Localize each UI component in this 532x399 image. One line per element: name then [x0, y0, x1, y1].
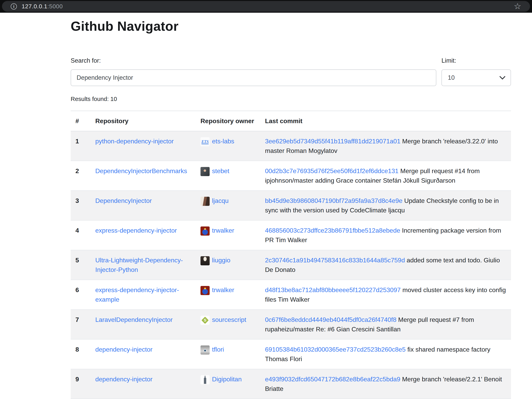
repositories-table: # Repository Repository owner Last commi…: [71, 111, 511, 399]
commit-hash-link[interactable]: d48f13be8ac712abf80bbeeee5f120227d253097: [265, 286, 401, 294]
owner-link[interactable]: stebet: [212, 167, 229, 174]
row-number: 6: [71, 280, 90, 310]
row-number: 7: [71, 310, 90, 339]
table-header-row: # Repository Repository owner Last commi…: [71, 111, 511, 131]
search-input[interactable]: [71, 69, 436, 86]
repository-link[interactable]: python-dependency-injector: [95, 138, 174, 145]
search-label: Search for:: [71, 57, 436, 64]
owner-cell: ETSets-labs: [196, 131, 260, 161]
owner-link[interactable]: trwalker: [212, 286, 234, 294]
url-port: :5000: [47, 3, 63, 10]
owner-link[interactable]: trwalker: [212, 227, 234, 234]
repository-link[interactable]: express-dependency-injector: [95, 227, 177, 234]
commit-hash-link[interactable]: 00d2b3c7e76935d76f25ee50f6d1f2ef6ddce131: [265, 167, 399, 174]
repository-link[interactable]: dependency-injector: [95, 376, 152, 383]
commit-cell: 0c67f6be8eddcd4449eb4044f5df0ca26f4740f8…: [260, 310, 511, 339]
table-row: 9dependency-injectorDigipolitane493f9032…: [71, 369, 511, 399]
owner-avatar: [201, 197, 210, 206]
repository-link[interactable]: DependencyInjector: [95, 197, 152, 204]
commit-cell: bb45d9e3b98608047190bf72a95fa9a37d8c4e9e…: [260, 190, 511, 220]
table-row: 3DependencyInjectorljacqubb45d9e3b986080…: [71, 190, 511, 220]
commit-hash-link[interactable]: bb45d9e3b98608047190bf72a95fa9a37d8c4e9e: [265, 197, 402, 204]
row-number: 9: [71, 369, 90, 399]
commit-hash-link[interactable]: 3ee629eb5d7349d55f41b119aff81dd219071a01: [265, 138, 400, 145]
commit-hash-link[interactable]: 468856003c273dffce23b86791fbbe512a8ebede: [265, 227, 400, 234]
repository-cell: express-dependency-injector: [90, 220, 196, 250]
avatar-logo-text: ETS: [201, 139, 210, 145]
owner-cell: liuggio: [196, 250, 260, 280]
table-body: 1python-dependency-injectorETSets-labs3e…: [71, 131, 511, 399]
owner-link[interactable]: ets-labs: [212, 138, 234, 145]
limit-label: Limit:: [442, 57, 511, 64]
row-number: 2: [71, 161, 90, 190]
table-row: 6express-dependency-injector-exampletrwa…: [71, 280, 511, 310]
browser-topbar: i 127.0.0.1:5000 ☆: [0, 0, 532, 13]
column-header-repository: Repository: [90, 111, 196, 131]
limit-field-group: Limit: 10: [442, 57, 511, 86]
row-number: 8: [71, 339, 90, 369]
owner-avatar: [201, 256, 210, 265]
commit-cell: 3ee629eb5d7349d55f41b119aff81dd219071a01…: [260, 131, 511, 161]
owner-link[interactable]: sourcescript: [212, 316, 246, 323]
repository-link[interactable]: DependencyInjectorBenchmarks: [95, 167, 187, 174]
owner-link[interactable]: ljacqu: [212, 197, 229, 204]
url-host: 127.0.0.1: [22, 3, 47, 10]
repository-cell: python-dependency-injector: [90, 131, 196, 161]
row-number: 1: [71, 131, 90, 161]
chevron-down-icon: [499, 74, 505, 80]
repository-link[interactable]: Ultra-Lightweight-Dependency-Injector-Py…: [95, 257, 183, 273]
page: i 127.0.0.1:5000 ☆ Github Navigator Sear…: [0, 0, 532, 399]
search-field-group: Search for:: [71, 57, 436, 86]
owner-avatar: [201, 167, 210, 176]
commit-cell: 468856003c273dffce23b86791fbbe512a8ebede…: [260, 220, 511, 250]
commit-cell: 2c30746c1a91b4947583416c833b1644a85c759d…: [260, 250, 511, 280]
table-row: 2DependencyInjectorBenchmarksstebet00d2b…: [71, 161, 511, 190]
commit-hash-link[interactable]: e493f9032dfcd65047172b682e8b6eaf22c5bda9: [265, 376, 400, 383]
bookmark-star-icon[interactable]: ☆: [514, 2, 521, 11]
table-row: 4express-dependency-injectortrwalker4688…: [71, 220, 511, 250]
repository-link[interactable]: LaravelDependencyInjector: [95, 316, 173, 323]
owner-cell: trwalker: [196, 280, 260, 310]
owner-link[interactable]: Digipolitan: [212, 376, 241, 383]
owner-avatar: S: [201, 316, 210, 325]
column-header-num: #: [71, 111, 90, 131]
repository-cell: DependencyInjectorBenchmarks: [90, 161, 196, 190]
owner-cell: stebet: [196, 161, 260, 190]
owner-link[interactable]: tflori: [212, 346, 224, 353]
commit-hash-link[interactable]: 0c67f6be8eddcd4449eb4044f5df0ca26f4740f8: [265, 316, 396, 323]
row-number: 4: [71, 220, 90, 250]
owner-avatar: ETS: [201, 137, 210, 146]
column-header-last-commit: Last commit: [260, 111, 511, 131]
repository-cell: Ultra-Lightweight-Dependency-Injector-Py…: [90, 250, 196, 280]
repository-link[interactable]: express-dependency-injector-example: [95, 286, 179, 303]
commit-hash-link[interactable]: 2c30746c1a91b4947583416c833b1644a85c759d: [265, 257, 405, 264]
owner-avatar: [201, 345, 210, 355]
repository-cell: LaravelDependencyInjector: [90, 310, 196, 339]
column-header-owner: Repository owner: [196, 111, 260, 131]
repository-cell: DependencyInjector: [90, 190, 196, 220]
commit-cell: d48f13be8ac712abf80bbeeee5f120227d253097…: [260, 280, 511, 310]
owner-cell: trwalker: [196, 220, 260, 250]
owner-avatar: [201, 227, 210, 236]
row-number: 3: [71, 190, 90, 220]
search-form: Search for: Limit: 10: [71, 57, 511, 86]
url-text[interactable]: 127.0.0.1:5000: [22, 3, 63, 10]
owner-link[interactable]: liuggio: [212, 257, 230, 264]
repository-link[interactable]: dependency-injector: [95, 346, 152, 353]
table-row: 7LaravelDependencyInjectorSsourcescript0…: [71, 310, 511, 339]
commit-cell: 69105384b61032d000365ee737cd2523b260c8e5…: [260, 339, 511, 369]
commit-hash-link[interactable]: 69105384b61032d000365ee737cd2523b260c8e5: [265, 346, 405, 353]
table-row: 8dependency-injectortflori69105384b61032…: [71, 339, 511, 369]
limit-select-value: 10: [448, 74, 455, 81]
info-icon[interactable]: i: [11, 3, 17, 10]
row-number: 5: [71, 250, 90, 280]
repository-cell: dependency-injector: [90, 339, 196, 369]
owner-cell: tflori: [196, 339, 260, 369]
repository-cell: dependency-injector: [90, 369, 196, 399]
url-bar[interactable]: i 127.0.0.1:5000 ☆: [2, 1, 530, 12]
owner-avatar: [201, 286, 210, 295]
main-container: Github Navigator Search for: Limit: 10 R…: [71, 19, 511, 399]
page-title: Github Navigator: [71, 19, 511, 34]
limit-select[interactable]: 10: [442, 69, 511, 86]
commit-cell: e493f9032dfcd65047172b682e8b6eaf22c5bda9…: [260, 369, 511, 399]
